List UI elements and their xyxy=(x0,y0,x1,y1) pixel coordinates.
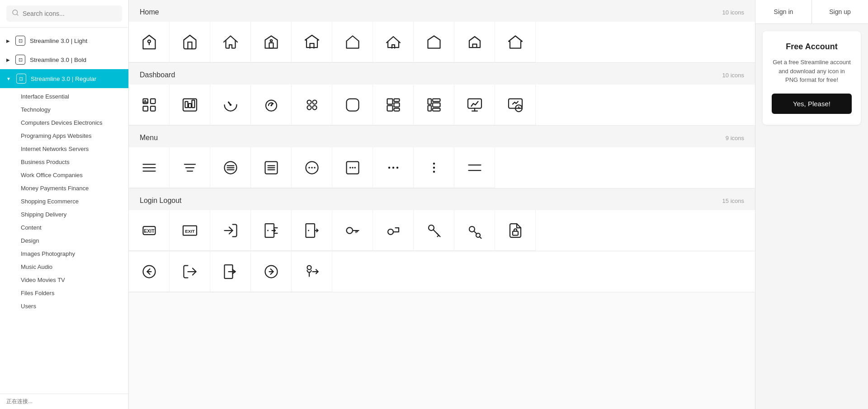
promo-button[interactable]: Yes, Please! xyxy=(772,94,852,114)
icon-menu-square[interactable] xyxy=(251,147,292,188)
section-menu-title: Menu xyxy=(140,134,158,142)
icon-menu-lines-alt[interactable] xyxy=(170,147,210,188)
pack-list: ▶ ⊡ Streamline 3.0 | Light ▶ ⊡ Streamlin… xyxy=(0,28,128,318)
auth-buttons: Sign in Sign up xyxy=(755,0,868,24)
nav-files-folders[interactable]: Files Folders xyxy=(0,287,128,300)
nav-programing-apps[interactable]: Programing Apps Websites xyxy=(0,129,128,142)
pack-bold[interactable]: ▶ ⊡ Streamline 3.0 | Bold xyxy=(0,50,128,69)
pack-light[interactable]: ▶ ⊡ Streamline 3.0 | Light xyxy=(0,31,128,50)
icon-home-small[interactable] xyxy=(454,22,495,62)
nav-technology[interactable]: Technology xyxy=(0,103,128,116)
icon-home-geometric[interactable] xyxy=(414,22,454,62)
icon-enter-circle[interactable] xyxy=(251,251,292,292)
icon-menu-dots-vertical[interactable] xyxy=(414,147,454,188)
nav-work-office[interactable]: Work Office Companies xyxy=(0,169,128,182)
icon-chart-clock[interactable] xyxy=(495,85,536,125)
svg-point-65 xyxy=(433,166,435,169)
nav-shopping[interactable]: Shopping Ecommerce xyxy=(0,195,128,208)
icon-home-angle[interactable] xyxy=(373,22,414,62)
icon-menu-dots-square[interactable] xyxy=(332,147,373,188)
nav-design[interactable]: Design xyxy=(0,234,128,247)
icon-file-lock[interactable] xyxy=(495,210,536,251)
icon-home-minimal[interactable] xyxy=(332,22,373,62)
nav-interface-essential[interactable]: Interface Essential xyxy=(0,90,128,103)
icon-menu-dots-circle[interactable] xyxy=(292,147,332,188)
icon-home-key[interactable] xyxy=(251,22,292,62)
section-home-header: Home 10 icons xyxy=(129,0,755,22)
icon-login-arrow[interactable] xyxy=(210,210,251,251)
nav-internet-networks[interactable]: Internet Networks Servers xyxy=(0,142,128,155)
icon-circles-grid[interactable] xyxy=(292,85,332,125)
sign-in-button[interactable]: Sign in xyxy=(755,0,812,24)
icon-home-flat[interactable] xyxy=(495,22,536,62)
pack-icon-bold: ⊡ xyxy=(15,55,25,65)
section-home-count: 10 icons xyxy=(722,9,744,16)
icon-logout-door-arrow[interactable] xyxy=(292,210,332,251)
promo-card: Free Account Get a free Streamline accou… xyxy=(763,31,861,125)
icon-monitor-chart[interactable] xyxy=(454,85,495,125)
home-icons-grid xyxy=(129,22,755,63)
svg-point-77 xyxy=(308,230,309,231)
icon-person-exit[interactable] xyxy=(292,251,332,292)
svg-rect-32 xyxy=(428,105,431,111)
icon-speedometer-alt[interactable] xyxy=(251,85,292,125)
icon-login-door-alt[interactable] xyxy=(210,251,251,292)
svg-point-66 xyxy=(433,170,435,173)
nav-money-payments[interactable]: Money Payments Finance xyxy=(0,182,128,195)
svg-point-16 xyxy=(229,103,231,106)
section-login-logout: Login Logout 15 icons EXIT EXIT xyxy=(129,188,755,292)
icon-dashboard-grid[interactable] xyxy=(129,85,170,125)
icon-menu-hamburger[interactable] xyxy=(454,147,495,188)
icon-speedometer[interactable] xyxy=(210,85,251,125)
main-content: Home 10 icons xyxy=(129,0,755,409)
sidebar: ▶ ⊡ Streamline 3.0 | Light ▶ ⊡ Streamlin… xyxy=(0,0,129,409)
svg-point-60 xyxy=(354,167,356,169)
nav-music-audio[interactable]: Music Audio xyxy=(0,260,128,273)
icon-logout-square[interactable] xyxy=(170,251,210,292)
icon-exit-text-alt[interactable]: EXIT xyxy=(170,210,210,251)
search-icon xyxy=(12,9,19,18)
icon-home-birdhouse[interactable] xyxy=(129,22,170,62)
icon-home-simple[interactable] xyxy=(170,22,210,62)
pack-regular[interactable]: ▼ ⊡ Streamline 3.0 | Regular xyxy=(0,69,128,88)
svg-point-58 xyxy=(349,167,351,169)
svg-rect-30 xyxy=(433,99,440,101)
dashboard-icons-grid xyxy=(129,85,755,126)
nav-computers-devices[interactable]: Computers Devices Electronics xyxy=(0,116,128,129)
svg-point-54 xyxy=(308,167,310,169)
nav-content[interactable]: Content xyxy=(0,221,128,234)
icon-exit-text[interactable]: EXIT xyxy=(129,210,170,251)
svg-point-22 xyxy=(312,105,316,109)
icon-menu-circle[interactable] xyxy=(210,147,251,188)
icon-square-rounded[interactable] xyxy=(332,85,373,125)
icon-login-door[interactable] xyxy=(251,210,292,251)
icon-key-search[interactable] xyxy=(454,210,495,251)
nav-business-products[interactable]: Business Products xyxy=(0,155,128,169)
nav-video-movies[interactable]: Video Movies TV xyxy=(0,273,128,287)
icon-menu-lines[interactable] xyxy=(129,147,170,188)
icon-home-roof[interactable] xyxy=(292,22,332,62)
svg-rect-4 xyxy=(269,42,273,48)
svg-point-55 xyxy=(311,167,313,169)
right-panel: Sign in Sign up Free Account Get a free … xyxy=(755,0,868,409)
icon-back-circle[interactable] xyxy=(129,251,170,292)
svg-rect-26 xyxy=(394,103,399,107)
svg-text:EXIT: EXIT xyxy=(144,228,155,233)
icon-grid-modules[interactable] xyxy=(373,85,414,125)
pack-regular-label: Streamline 3.0 | Regular xyxy=(31,75,96,82)
menu-icons-grid xyxy=(129,147,755,188)
nav-users[interactable]: Users xyxy=(0,300,128,313)
icon-grid-layout[interactable] xyxy=(414,85,454,125)
icon-home-outlined[interactable] xyxy=(210,22,251,62)
icon-key-enter[interactable] xyxy=(373,210,414,251)
nav-images-photography[interactable]: Images Photography xyxy=(0,247,128,260)
icon-key-alt[interactable] xyxy=(414,210,454,251)
icon-key-horizontal[interactable] xyxy=(332,210,373,251)
icon-menu-dots-horizontal[interactable] xyxy=(373,147,414,188)
sign-up-button[interactable]: Sign up xyxy=(812,0,868,24)
svg-line-87 xyxy=(437,235,439,236)
search-input[interactable] xyxy=(23,10,117,17)
icon-dashboard-alt[interactable] xyxy=(170,85,210,125)
nav-shipping[interactable]: Shipping Delivery xyxy=(0,208,128,221)
section-dashboard-count: 10 icons xyxy=(722,72,744,79)
